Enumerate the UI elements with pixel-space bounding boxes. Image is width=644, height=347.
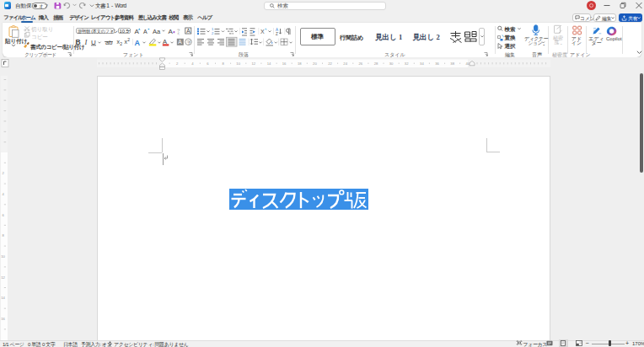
svg-text:18: 18 (298, 61, 302, 66)
svg-text:22: 22 (328, 61, 332, 66)
svg-text:34: 34 (420, 61, 424, 66)
svg-text:ab: ab (105, 39, 112, 46)
svg-text:36: 36 (435, 61, 439, 66)
svg-text:2: 2 (212, 31, 214, 35)
svg-text:10: 10 (1, 254, 5, 259)
svg-text:A: A (169, 28, 174, 35)
svg-text:A: A (178, 39, 182, 45)
svg-text:A: A (186, 28, 191, 34)
svg-text:2: 2 (120, 41, 122, 46)
svg-text:Z: Z (276, 32, 278, 36)
svg-text:28: 28 (374, 61, 378, 66)
svg-text:30: 30 (389, 61, 394, 66)
svg-text:16: 16 (1, 317, 5, 321)
svg-text:16: 16 (282, 61, 287, 66)
svg-text:20: 20 (313, 61, 317, 66)
svg-text:A: A (135, 28, 140, 35)
svg-text:14: 14 (1, 296, 5, 300)
svg-text:38: 38 (450, 61, 454, 66)
svg-text:10: 10 (236, 61, 240, 66)
svg-text:14: 14 (267, 61, 271, 66)
svg-text:B: B (76, 38, 81, 46)
svg-text:ミ: ミ (177, 31, 181, 35)
svg-text:Aa: Aa (153, 28, 161, 35)
svg-text:24: 24 (343, 61, 347, 66)
svg-text:12: 12 (251, 61, 255, 66)
svg-text:A: A (135, 39, 141, 47)
svg-text:I: I (84, 38, 89, 46)
svg-text:32: 32 (405, 61, 409, 66)
svg-text:26: 26 (358, 61, 362, 66)
svg-text:U: U (91, 39, 96, 46)
svg-text:X: X (260, 29, 265, 35)
svg-text:2: 2 (127, 37, 130, 42)
svg-text:字: 字 (187, 40, 192, 45)
svg-text:12: 12 (1, 275, 5, 280)
svg-text:A: A (143, 29, 148, 35)
